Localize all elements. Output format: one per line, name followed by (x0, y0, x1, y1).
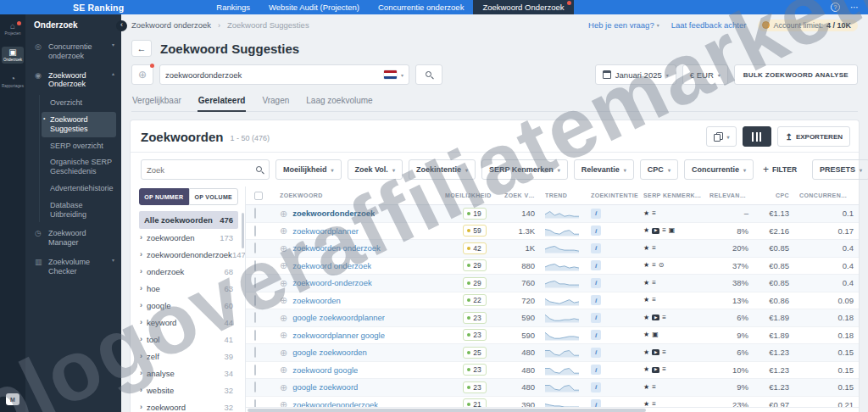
keyword-link[interactable]: zoekwoordonderzoek (292, 209, 375, 218)
user-avatar[interactable]: M (6, 393, 19, 405)
group-item-analyse[interactable]: ›analyse34 (139, 365, 238, 381)
table-filter-input[interactable] (147, 165, 252, 175)
keyword-link[interactable]: zoekwoordplanner (292, 226, 359, 236)
add-to-list-icon[interactable]: ⊕ (280, 383, 287, 392)
column-header-cpc[interactable]: CPC (759, 187, 799, 205)
add-to-list-icon[interactable]: ⊕ (280, 296, 287, 304)
tab-laag-zoekvolume[interactable]: Laag zoekvolume (305, 92, 373, 111)
rail-item-onderzoek[interactable]: ▣Onderzoek (2, 47, 24, 64)
row-checkbox[interactable] (254, 330, 256, 341)
question-link[interactable]: Heb je een vraag?▾ (588, 20, 659, 30)
add-to-list-icon[interactable]: ⊕ (280, 314, 287, 322)
row-checkbox[interactable] (254, 365, 256, 376)
row-checkbox[interactable] (254, 399, 256, 407)
help-icon[interactable]: ? (831, 3, 840, 12)
netherlands-flag-icon[interactable] (384, 70, 397, 79)
filter-chip-relevantie[interactable]: Relevantie▾ (574, 159, 634, 180)
column-header-zoekintentie[interactable]: ZOEKINTENTIE (591, 187, 643, 205)
group-item-zoekwoordenonderzoek[interactable]: ›zoekwoordenonderzoek147 (139, 246, 238, 263)
row-checkbox[interactable] (254, 347, 256, 358)
keyword-link[interactable]: google zoekwoordplanner (292, 313, 385, 322)
keyword-link[interactable]: zoekwoord-onderzoek (292, 278, 371, 287)
topnav-item-zoekwoord-onderzoek[interactable]: Zoekwoord Onderzoek (473, 0, 573, 14)
add-to-list-icon[interactable]: ⊕ (280, 279, 287, 287)
sidebar-subitem-advertentiehistorie[interactable]: Advertentiehistorie (42, 181, 116, 197)
sidebar-subitem-database-uitbreiding[interactable]: Database Uitbreiding (42, 198, 116, 223)
sidebar-subitem-zoekwoord-suggesties[interactable]: Zoekwoord Suggesties (42, 112, 116, 137)
filter-chip-zoek-vol[interactable]: Zoek Vol.▾ (348, 159, 403, 180)
keyword-link[interactable]: google zoekwoord (292, 382, 358, 392)
row-checkbox[interactable] (254, 260, 256, 271)
keyword-link[interactable]: zoekwoorden onderzoek (292, 243, 381, 253)
toggle-op-volume[interactable]: OP VOLUME (189, 188, 239, 205)
filter-chip-zoekintentie[interactable]: Zoekintentie▾ (409, 159, 476, 180)
row-checkbox[interactable] (254, 208, 256, 219)
group-item-hoe[interactable]: ›hoe63 (139, 280, 238, 297)
group-item-website[interactable]: ›website32 (139, 381, 238, 398)
add-to-list-icon[interactable]: ⊕ (280, 400, 287, 407)
group-item-keyword[interactable]: ›keyword44 (139, 314, 238, 331)
column-header-serp-kenmerk[interactable]: SERP KENMERK... (643, 187, 709, 205)
row-checkbox[interactable] (254, 277, 256, 288)
sidebar-subitem-overzicht[interactable]: Overzicht (42, 95, 116, 111)
add-to-list-icon[interactable]: ⊕ (280, 244, 287, 253)
tab-gerelateerd[interactable]: Gerelateerd (198, 92, 247, 112)
add-to-list-icon[interactable]: ⊕ (280, 209, 287, 218)
group-item-zoekwoord[interactable]: ›zoekwoord32 (139, 398, 238, 412)
copy-button[interactable]: ▾ (706, 126, 737, 147)
keyword-search-input[interactable] (165, 70, 380, 80)
row-checkbox[interactable] (254, 225, 256, 237)
keyword-link[interactable]: zoekwoordplanner google (292, 331, 385, 340)
currency-select[interactable]: € EUR▾ (682, 64, 728, 85)
rail-item-rapportages[interactable]: ◔Rapportages (2, 73, 24, 90)
account-limit-badge[interactable]: Account limiet:4 / 10K (758, 19, 858, 31)
brand-logo[interactable]: SE Ranking (73, 3, 124, 13)
tab-vragen[interactable]: Vragen (261, 92, 290, 111)
group-item-onderzoek[interactable]: ›onderzoek68 (139, 263, 238, 280)
filter-chip-moeilijkheid[interactable]: Moeilijkheid▾ (275, 159, 342, 180)
sidebar-subitem-serp-overzicht[interactable]: SERP overzicht (42, 138, 116, 154)
feedback-link[interactable]: Laat feedback achter (671, 20, 747, 30)
period-select[interactable]: Januari 2025▾ (595, 64, 676, 85)
add-to-list-icon[interactable]: ⊕ (280, 331, 287, 339)
rail-item-projecten[interactable]: ⌂Projecten (2, 20, 24, 37)
group-item-tool[interactable]: ›tool41 (139, 331, 238, 348)
keyword-link[interactable]: zoekwoordenonderzoek (292, 400, 378, 407)
sidebar-item-concurrentie-onderzoek[interactable]: ◎Concurrentie onderzoek▾ (25, 37, 121, 66)
columns-button[interactable] (743, 126, 771, 147)
add-to-list-icon[interactable]: ⊕ (280, 365, 287, 374)
sidebar-collapse-button[interactable]: ‹ (116, 20, 127, 31)
sidebar-item-zoekvolume-checker[interactable]: ▥Zoekvolume Checker▾ (25, 253, 121, 281)
toggle-op-nummer[interactable]: OP NUMMER (139, 188, 189, 205)
breadcrumb-parent[interactable]: Zoekwoord onderzoek (131, 20, 211, 30)
row-checkbox[interactable] (254, 242, 256, 253)
column-header-concurrentie[interactable]: CONCURRENTIE (799, 187, 859, 205)
sidebar-item-zoekwoord-onderzoek[interactable]: ◉Zoekwoord Onderzoek▴ (25, 66, 121, 95)
sidebar-subitem-organische-serp-geschiedenis[interactable]: Organische SERP Geschiedenis (42, 154, 116, 180)
horizontal-scrollbar-thumb[interactable] (248, 409, 646, 412)
keyword-link[interactable]: zoekwoord onderzoek (292, 261, 371, 270)
filter-chip-cpc[interactable]: CPC▾ (640, 159, 678, 180)
add-to-list-icon[interactable]: ⊕ (280, 226, 287, 235)
keyword-link[interactable]: google zoekwoorden (292, 348, 367, 357)
column-header-moeilijkheid[interactable]: MOEILIJKHEID (445, 187, 504, 205)
export-button[interactable]: ↥EXPORTEREN (777, 126, 850, 147)
column-header-trend[interactable]: TREND (545, 187, 591, 205)
group-item-google[interactable]: ›google60 (139, 297, 238, 314)
group-item-all[interactable]: Alle zoekwoorden476 (139, 211, 238, 229)
row-checkbox[interactable] (254, 295, 256, 306)
topnav-item-rankings[interactable]: Rankings (207, 0, 259, 14)
more-menu-icon[interactable]: ⋯ (850, 3, 860, 12)
column-header-relevantie[interactable]: RELEVANTIE (709, 187, 759, 205)
back-button[interactable]: ← (131, 40, 152, 57)
row-checkbox[interactable] (254, 312, 256, 323)
topnav-item-website-audit-projecten[interactable]: Website Audit (Projecten) (259, 0, 369, 14)
filter-chip-serp-kenmerken[interactable]: SERP Kenmerken▾ (481, 159, 568, 180)
add-to-list-icon[interactable]: ⊕ (280, 261, 287, 270)
vertical-scrollbar[interactable] (242, 213, 244, 248)
add-to-list-icon[interactable]: ⊕ (280, 348, 287, 357)
keyword-link[interactable]: zoekwoorden (292, 296, 341, 305)
bulk-analysis-button[interactable]: BULK ZOEKWOORD ANALYSE (734, 64, 858, 85)
presets-button[interactable]: PRESETS▾ (812, 159, 868, 180)
keyword-link[interactable]: zoekwoord google (292, 365, 358, 375)
